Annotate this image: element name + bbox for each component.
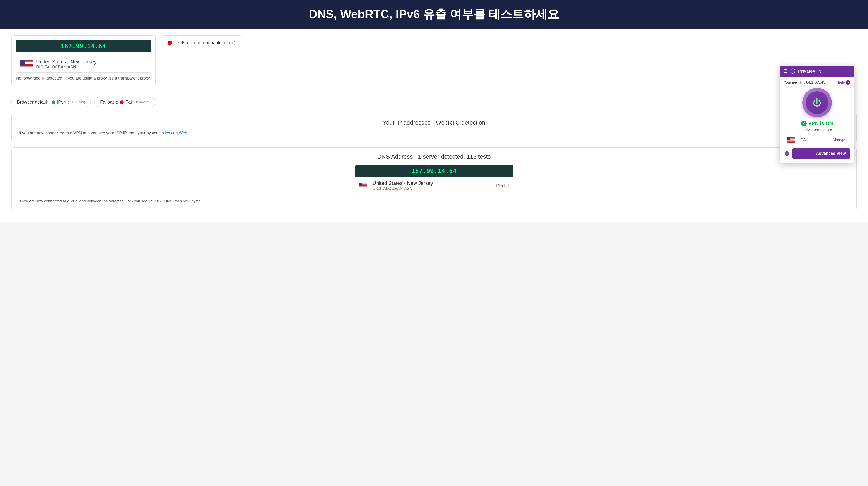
ipv4-label: IPv4 [57, 99, 66, 105]
svg-rect-7 [20, 65, 33, 65]
ipv6-status-text: IPv6 test not reachable. (error) [175, 40, 236, 45]
dns-bottom-text: If you are now connected to a VPN and be… [19, 198, 849, 204]
vpn-advanced-row: Advanced View [784, 148, 850, 159]
red-dot-icon [120, 100, 124, 104]
power-outer-ring: ⏻ [802, 88, 832, 117]
usa-flag-icon [20, 60, 33, 68]
svg-rect-26 [359, 188, 367, 188]
vpn-usa-flag-icon [787, 137, 795, 143]
browser-default-label: Browser default: [17, 99, 50, 105]
power-button[interactable]: ⏻ [806, 91, 828, 114]
vpn-country-label: USA [798, 138, 832, 143]
dns-usa-flag-icon [359, 183, 367, 188]
svg-rect-12 [20, 68, 33, 68]
minimize-button[interactable]: − [844, 69, 847, 73]
svg-rect-10 [20, 66, 33, 67]
vpn-status-text: VPN is ON [808, 121, 833, 126]
dns-asn: DIGITALOCEAN-ASN [373, 186, 433, 191]
fail-timeout: (timeout) [134, 100, 150, 104]
svg-rect-38 [787, 141, 795, 142]
vpn-ip-row: Your new IP : 84.17.63.43 help ? [784, 80, 850, 85]
vpn-title-text: PrivateVPN [798, 69, 822, 73]
svg-rect-27 [359, 183, 362, 186]
svg-rect-13 [20, 60, 25, 65]
vpn-titlebar: ☰ PrivateVPN − × [780, 66, 855, 77]
svg-rect-22 [359, 186, 367, 187]
svg-rect-9 [20, 66, 33, 66]
vpn-title-left: ☰ PrivateVPN [783, 68, 822, 74]
dns-location-info: United States - New Jersey DIGITALOCEAN-… [373, 180, 433, 191]
ipv6-error-dot [167, 40, 172, 45]
hit-count: 115 hit [495, 183, 509, 188]
webrtc-section-title: Your IP addresses - WebRTC detection [19, 119, 849, 126]
location-row: United States - New Jersey DIGITALOCEAN-… [16, 56, 151, 72]
dns-location-row: United States - New Jersey DIGITALOCEAN-… [355, 177, 513, 194]
main-content: DNS, WebRTC, IPv6 유출 여부를 테스트하세요 167.99.1… [0, 0, 868, 486]
power-icon: ⏻ [812, 98, 822, 108]
page-title: DNS, WebRTC, IPv6 유출 여부를 테스트하세요 [9, 6, 859, 22]
svg-rect-37 [787, 141, 795, 142]
svg-rect-8 [20, 65, 33, 66]
power-button-container: ⏻ [784, 88, 850, 117]
dns-location-name: United States - New Jersey [373, 180, 433, 186]
ip-address-display: 167.99.14.64 [16, 40, 151, 52]
svg-rect-23 [359, 187, 367, 187]
vpn-location-row[interactable]: USA Change › [784, 135, 850, 145]
ipv6-error-label: (error) [224, 40, 235, 45]
svg-rect-21 [359, 186, 367, 186]
location-name: United States - New Jersey [36, 59, 97, 65]
svg-rect-36 [787, 141, 795, 141]
advanced-view-button[interactable]: Advanced View [792, 148, 850, 159]
vpn-popup: ☰ PrivateVPN − × Your new IP : 84.17.63.… [780, 66, 855, 163]
vpn-status-row: ✓ VPN is ON [784, 121, 850, 126]
hamburger-icon[interactable]: ☰ [783, 68, 787, 74]
svg-rect-25 [359, 187, 367, 188]
vpn-help-button[interactable]: help ? [838, 80, 850, 85]
ipv6-box: IPv6 test not reachable. (error) [161, 35, 242, 50]
svg-rect-11 [20, 67, 33, 68]
webrtc-description: If you are now connected to a VPN and yo… [19, 130, 849, 136]
vpn-ip-text: Your new IP : 84.17.63.43 [784, 81, 825, 85]
vpn-shield-small-icon [784, 150, 790, 157]
no-forwarded-text: No forwarded IP detected. If you are usi… [16, 75, 151, 81]
fallback-badge: Fallback: Fail (timeout) [94, 97, 155, 107]
svg-rect-39 [787, 142, 795, 142]
vpn-shield-logo [789, 68, 796, 74]
fallback-label: Fallback: [100, 99, 118, 105]
top-row: 167.99.14.64 [11, 35, 857, 92]
content-area: 167.99.14.64 [0, 29, 868, 222]
help-label: help [838, 81, 845, 85]
dns-browser-row: Browser default: IPv4 (2161 ms) Fallback… [11, 97, 857, 107]
change-label: Change [832, 138, 845, 142]
webrtc-link[interactable]: leaking Web [165, 131, 187, 135]
vpn-change-button[interactable]: Change › [832, 138, 847, 142]
dns-address-section: DNS Address - 1 server detected, 115 tes… [11, 148, 857, 210]
svg-rect-40 [787, 142, 795, 143]
vpn-body: Your new IP : 84.17.63.43 help ? ⏻ ✓ VPN… [780, 77, 855, 163]
ipv4-time: (2161 ms) [68, 100, 85, 104]
chevron-right-icon: › [846, 138, 847, 142]
location-asn: DIGITALOCEAN-ASN [36, 65, 97, 69]
fail-label: Fail [125, 99, 133, 105]
svg-rect-41 [787, 137, 790, 140]
header-banner: DNS, WebRTC, IPv6 유출 여부를 테스트하세요 [0, 0, 868, 29]
location-info: United States - New Jersey DIGITALOCEAN-… [36, 59, 97, 69]
svg-rect-24 [359, 187, 367, 188]
dns-ip-display: 167.99.14.64 [355, 165, 513, 177]
svg-rect-35 [787, 140, 795, 141]
green-dot-icon [52, 100, 55, 104]
dns-section-title: DNS Address - 1 server detected, 115 tes… [19, 153, 849, 160]
vpn-title-controls: − × [844, 69, 851, 73]
browser-default-badge: Browser default: IPv4 (2161 ms) [11, 97, 91, 107]
close-button[interactable]: × [848, 69, 851, 73]
webrtc-section: Your IP addresses - WebRTC detection If … [11, 114, 857, 142]
help-circle-icon: ? [846, 80, 850, 85]
ip-result-card: 167.99.14.64 [11, 35, 156, 86]
vpn-status-check-icon: ✓ [801, 121, 807, 126]
vpn-active-time: Active time : 38 sec [784, 128, 850, 132]
dns-ip-card: 167.99.14.64 [355, 165, 514, 194]
